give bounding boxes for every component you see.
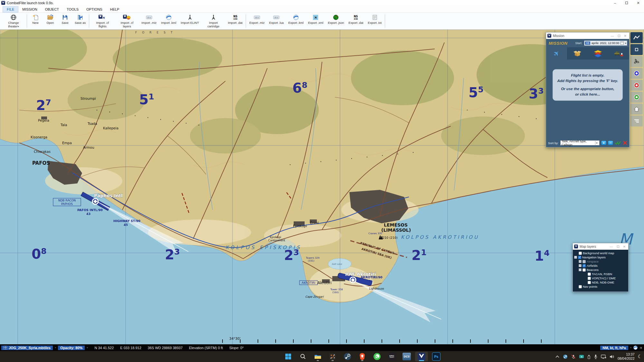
taskbar-dcs[interactable]: DCS [400,352,413,361]
import-cf-flights-button[interactable]: ✈ Import .cf flights [90,13,115,29]
expand-icon[interactable]: + [579,264,582,267]
taskbar-dots-app[interactable] [326,352,339,361]
checkbox-checked[interactable] [582,264,586,267]
save-button[interactable]: Save [58,13,72,29]
tiles-dropdown-caret[interactable] [55,346,56,349]
menu-tools[interactable]: TOOLS [63,6,82,12]
touchpad-icon[interactable] [579,354,584,359]
taskbar-brave[interactable] [356,352,369,361]
hidden-icons-chevron[interactable] [555,355,560,358]
export-xml-button[interactable]: ✈ Export .xml [306,13,326,29]
export-txt-button[interactable]: Export .txt [365,13,384,29]
import-miz-button[interactable]: dcs Import .miz [139,13,159,29]
menu-options[interactable]: OPTIONS [82,6,106,12]
microphone-icon[interactable] [594,354,598,359]
date-dropdown-caret[interactable] [625,42,626,45]
panel-minimize-icon[interactable]: — [610,245,613,248]
panel-close-icon[interactable]: ✕ [624,34,627,38]
units-dropdown-caret[interactable] [630,346,631,349]
units-selector[interactable]: NM, kt, ft, hPa [600,346,628,350]
opacity-selector[interactable]: Opacity: 80% [58,346,85,350]
panel-close-icon[interactable]: ✕ [623,245,626,248]
menu-file[interactable]: FILE [3,6,18,13]
sort-by-select[interactable]: Task, Aircraft type, Callsign [560,140,600,145]
start-button[interactable] [282,352,295,361]
import-kml-button[interactable]: Import .kml [159,13,178,29]
threat-ring-green-button[interactable] [630,92,643,103]
add-flight-button[interactable]: + [601,141,606,145]
aircraft-status-icon[interactable]: ✈ [638,345,644,350]
tab-layers[interactable] [588,47,609,60]
threat-ring-red-button[interactable] [630,80,643,91]
checkbox-disabled[interactable] [582,260,586,263]
layer-row-tacan[interactable]: TACAN, RSBN [588,272,628,276]
home-view-button[interactable] [630,104,643,115]
export-kml-button[interactable]: Export .kml [286,13,306,29]
maximize-button[interactable] [621,0,632,6]
import-dat-button[interactable]: NS430 Import .dat [226,13,245,29]
layer-row-navigation[interactable]: − Navigation layers [574,255,628,259]
checkbox-unchecked[interactable] [588,273,591,276]
tab-flights[interactable]: ✈ [546,47,567,60]
steam-tray-icon[interactable] [563,354,568,359]
taskbar-whatsapp[interactable] [371,352,384,361]
taskbar-photoshop[interactable]: Ps [430,352,443,361]
taskbar-epic-games[interactable]: EPIC GAMES [385,352,398,361]
object-list-button[interactable] [630,116,643,126]
google-earth-icon[interactable] [633,346,638,350]
open-button[interactable]: Open [43,13,58,29]
import-cf-layers-button[interactable]: Import .cf layers [115,13,139,29]
taskbar-combatflite[interactable] [415,352,428,361]
layer-row-ndb[interactable]: NDB, NDB-DME [588,280,628,284]
mission-start-datetime-field[interactable]: 08 aprile 2022, 12:00:00 [584,41,627,46]
menu-help[interactable]: HELP [106,6,123,12]
checkbox-unchecked[interactable] [582,268,586,272]
save-as-button[interactable]: Save as [72,13,88,29]
route-tool-button[interactable] [630,32,643,43]
collapse-icon[interactable]: − [574,256,577,259]
taskbar-search-button[interactable] [297,352,309,361]
date-month[interactable]: aprile [592,42,599,45]
menu-mission[interactable]: MISSION [18,6,41,12]
import-cartridge-button[interactable]: Import cartridge [201,13,226,29]
mic-muted-icon[interactable] [571,354,576,359]
mission-panel-titlebar[interactable]: Mission — ✕ [546,32,629,39]
tab-ground-units[interactable] [609,47,630,60]
flight-list-empty-box[interactable]: Flight list is empty. Add flights by pre… [553,69,623,101]
remove-flight-button[interactable]: − [608,141,613,145]
display-cast-icon[interactable] [601,354,606,359]
layer-row-airspace[interactable]: + Airspace [579,259,628,264]
panel-minimize-icon[interactable]: — [611,34,614,38]
expand-icon[interactable]: + [579,260,582,263]
panel-maximize-icon[interactable] [618,35,620,37]
collapse-icon[interactable]: − [579,268,582,271]
select-all-check-icon[interactable] [615,141,621,145]
taskbar-file-explorer[interactable] [311,352,324,361]
layer-row-vortac[interactable]: VOR(TAC) / DME [588,276,628,280]
delete-all-x-icon[interactable] [623,141,627,145]
checkbox-unchecked[interactable] [588,281,591,284]
checkbox-unchecked[interactable] [579,285,582,288]
layer-row-airfields[interactable]: + Airfields [579,264,628,268]
layer-row-beacons[interactable]: − Beacons [579,268,628,272]
checkbox-unchecked[interactable] [588,277,591,280]
checkbox-checked[interactable] [578,256,581,259]
menu-object[interactable]: OBJECT [41,6,63,12]
taskbar-clock[interactable]: 13:37 08/04/2022 [618,352,635,361]
export-lua-button[interactable]: dcs Export .lua [267,13,286,29]
panel-maximize-icon[interactable] [617,246,619,248]
opacity-dropdown-caret[interactable] [87,346,88,349]
layers-panel-titlebar[interactable]: Map layers — ✕ [573,243,628,250]
date-rest[interactable]: 2022, 12:00:00 [600,42,619,45]
checkbox-unchecked[interactable] [579,252,582,255]
export-json-button[interactable]: Export .json [326,13,346,29]
date-day[interactable]: 08 [585,42,590,45]
wind-tool-button[interactable] [630,56,643,67]
export-dat-button[interactable]: NS430 Export .dat [346,13,365,29]
calendar-icon[interactable] [620,42,624,45]
change-theater-button[interactable]: Change theater [1,13,26,29]
tab-packages[interactable] [567,47,588,60]
usb-icon[interactable] [587,354,591,359]
map-tiles-selector[interactable]: JOG_250K_Syria.mbtiles [1,346,53,350]
threat-ring-blue-button[interactable] [630,68,643,79]
